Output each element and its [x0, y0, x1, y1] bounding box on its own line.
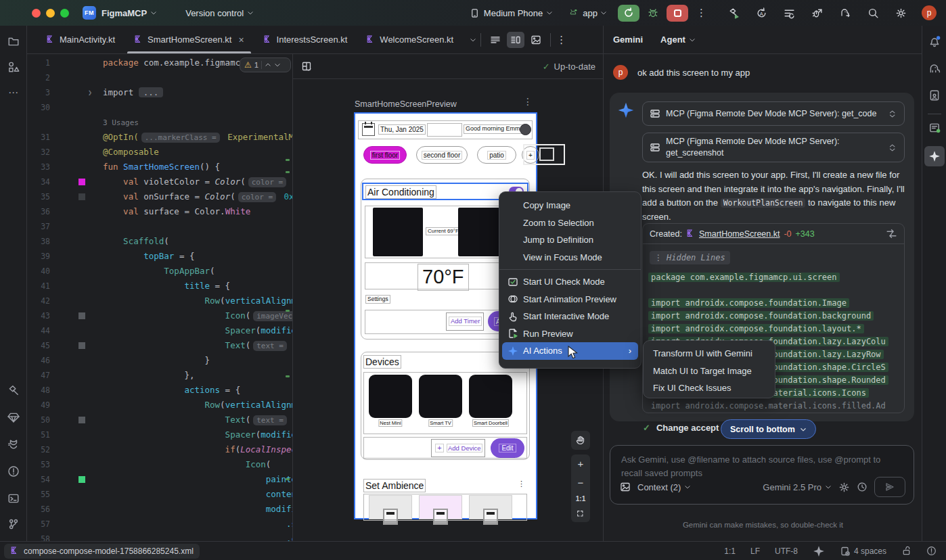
- device-tile[interactable]: [369, 375, 412, 418]
- device-manager-icon[interactable]: [928, 122, 941, 134]
- code-line[interactable]: 46 }: [27, 353, 292, 368]
- diff-view-icon[interactable]: [886, 228, 897, 239]
- code-line[interactable]: 37: [27, 219, 292, 234]
- code-line[interactable]: 34 val violetColor = Color(color = 0xFEB: [27, 174, 292, 189]
- code-line[interactable]: 41 title = {: [27, 279, 292, 294]
- apply-changes-icon[interactable]: A: [756, 7, 767, 19]
- menu-item-start-animation-preview[interactable]: Start Animation Preview: [502, 291, 638, 308]
- rerun-button[interactable]: [618, 5, 639, 22]
- menu-item-jump-to-definition[interactable]: Jump to Definition: [502, 231, 638, 249]
- indent-setting[interactable]: 4 spaces: [840, 546, 886, 557]
- code-line[interactable]: 39 topBar = {: [27, 249, 292, 264]
- menu-item-start-ui-check-mode[interactable]: Start UI Check Mode: [502, 273, 638, 291]
- pan-tool-button[interactable]: [571, 431, 590, 450]
- zoom-window-button[interactable]: [60, 9, 69, 18]
- code-line[interactable]: 42 Row(verticalAlignmen: [27, 294, 292, 308]
- selection-handle[interactable]: [539, 147, 554, 161]
- code-line[interactable]: 57 .siz: [27, 517, 292, 532]
- stop-button[interactable]: [667, 5, 688, 22]
- next-issue-icon[interactable]: [274, 62, 281, 68]
- expand-icon[interactable]: [888, 143, 897, 152]
- attach-debugger-icon[interactable]: [811, 7, 823, 19]
- mode-selector[interactable]: Agent: [660, 34, 696, 45]
- menu-item-copy-image[interactable]: Copy Image: [502, 197, 638, 214]
- run-config-selector[interactable]: app: [583, 8, 598, 18]
- edit-button[interactable]: Edit: [491, 438, 524, 458]
- encoding[interactable]: UTF-8: [775, 546, 798, 556]
- code-line[interactable]: 53 Icon(: [27, 457, 292, 472]
- line-ending[interactable]: LF: [750, 546, 760, 556]
- code-line[interactable]: 52 if(LocalInspecti: [27, 442, 292, 457]
- close-icon[interactable]: ×: [238, 34, 244, 45]
- tab-options-icon[interactable]: ⋮: [556, 34, 566, 46]
- more-tools-icon[interactable]: ⋯: [8, 87, 18, 99]
- traffic-lights[interactable]: [32, 9, 74, 18]
- version-control-icon[interactable]: [7, 518, 20, 530]
- menu-item-zoom-to-selection[interactable]: Zoom to Selection: [502, 214, 638, 232]
- inspection-widget[interactable]: ⚠ 1: [240, 57, 291, 72]
- code-view-icon[interactable]: [487, 32, 504, 48]
- history-icon[interactable]: [857, 482, 868, 492]
- zoom-ratio-button[interactable]: 1:1: [576, 495, 585, 503]
- layout-grid-icon[interactable]: [301, 61, 312, 72]
- code-line[interactable]: 32@Composable: [27, 145, 292, 160]
- code-line[interactable]: 45 Text(text = "Thu,: [27, 338, 292, 353]
- minimize-window-button[interactable]: [46, 9, 55, 18]
- cursor-position[interactable]: 1:1: [724, 546, 736, 556]
- color-swatch[interactable]: [78, 476, 85, 483]
- device-tile[interactable]: [469, 375, 512, 418]
- project-selector[interactable]: FigmaMCP: [102, 8, 147, 18]
- menu-item-start-interactive-mode[interactable]: Start Interactive Mode: [502, 308, 638, 325]
- send-button[interactable]: [874, 477, 905, 497]
- attach-image-icon[interactable]: [620, 482, 631, 492]
- gemini-status-icon[interactable]: [813, 545, 825, 557]
- code-line[interactable]: 3 Usages: [27, 115, 292, 130]
- code-line[interactable]: 2: [27, 70, 292, 85]
- add-device-button[interactable]: + Add Device: [431, 439, 485, 457]
- scroll-to-bottom-button[interactable]: Scroll to bottom: [721, 419, 816, 439]
- preview-options-icon[interactable]: ⋮: [523, 96, 533, 107]
- analysis-status-icon[interactable]: [926, 546, 937, 556]
- model-selector[interactable]: Gemini 2.5 Pro: [763, 482, 832, 492]
- lock-icon[interactable]: [901, 546, 911, 556]
- split-view-icon[interactable]: [507, 32, 524, 48]
- preview-title[interactable]: SmartHomeScreenPreview: [355, 99, 457, 109]
- code-line[interactable]: 54 painter: [27, 472, 292, 487]
- room-chip-second-floor[interactable]: second floor: [416, 146, 468, 164]
- code-line[interactable]: 40 TopAppBar(: [27, 264, 292, 279]
- gemini-icon[interactable]: [924, 146, 945, 166]
- zoom-out-button[interactable]: −: [578, 477, 584, 488]
- tool-call-chip[interactable]: MCP (Figma Remote Dev Mode MCP Server): …: [642, 101, 905, 126]
- color-swatch[interactable]: [78, 193, 85, 200]
- prev-issue-icon[interactable]: [265, 62, 271, 68]
- folded-code[interactable]: ...: [139, 87, 164, 97]
- code-line[interactable]: 33fun SmartHomeScreen() {: [27, 160, 292, 174]
- color-swatch[interactable]: [78, 417, 85, 423]
- code-line[interactable]: 35 val onSurface = Color(color = 0xFF2E2: [27, 189, 292, 204]
- gemini-settings-icon[interactable]: [838, 482, 850, 493]
- color-swatch[interactable]: [78, 342, 85, 349]
- submenu-item-match-ui-to-target-image[interactable]: Match UI to Target Image: [646, 363, 772, 380]
- ambience-options-icon[interactable]: ⋮: [518, 480, 525, 488]
- add-timer-button[interactable]: Add Timer: [446, 312, 484, 331]
- ac-settings-label[interactable]: Settings: [365, 295, 390, 304]
- code-line[interactable]: 56 modifier: [27, 502, 292, 517]
- device-selector[interactable]: Medium Phone: [484, 8, 543, 18]
- tab-smarthomescreen-kt[interactable]: SmartHomeScreen.kt×: [125, 26, 253, 53]
- room-chip-patio[interactable]: patio: [477, 146, 516, 164]
- build-icon[interactable]: [728, 7, 740, 19]
- project-icon[interactable]: [7, 35, 20, 47]
- code-editor[interactable]: 1package com.example.figmamcp.u23❯import…: [27, 54, 292, 541]
- notifications-icon[interactable]: [928, 35, 941, 47]
- terminal-icon[interactable]: [7, 492, 20, 505]
- vcs-menu[interactable]: Version control: [185, 8, 244, 18]
- code-line[interactable]: 50 Text(text = "Good: [27, 413, 292, 427]
- tab-interestsscreen-kt[interactable]: InterestsScreen.kt: [254, 26, 357, 53]
- code-line[interactable]: 49 Row(verticalAlignmen: [27, 398, 292, 413]
- code-line[interactable]: 43 Icon(imageVector: [27, 308, 292, 323]
- code-line[interactable]: 3❯import ...: [27, 85, 292, 100]
- close-window-button[interactable]: [32, 9, 41, 18]
- room-chip-first-floor[interactable]: first floor: [363, 146, 407, 164]
- tab-gemini[interactable]: Gemini: [613, 34, 643, 45]
- prompt-input[interactable]: Ask Gemini, use @filename to attach sour…: [610, 445, 914, 505]
